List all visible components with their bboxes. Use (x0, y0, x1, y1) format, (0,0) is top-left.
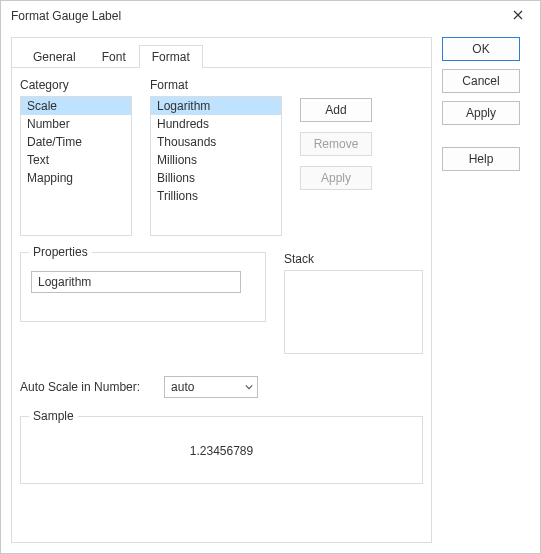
tab-strip: General Font Format (12, 44, 431, 68)
list-item[interactable]: Logarithm (151, 97, 281, 115)
list-item[interactable]: Billions (151, 169, 281, 187)
autoscale-label: Auto Scale in Number: (20, 380, 140, 394)
list-item[interactable]: Scale (21, 97, 131, 115)
format-label: Format (150, 78, 282, 92)
close-icon (513, 9, 523, 23)
format-action-buttons: Add Remove Apply (300, 98, 372, 236)
sample-value: 1.23456789 (190, 444, 253, 458)
add-button[interactable]: Add (300, 98, 372, 122)
cancel-button[interactable]: Cancel (442, 69, 520, 93)
tab-format[interactable]: Format (139, 45, 203, 68)
tab-general[interactable]: General (20, 45, 89, 68)
category-group: Category Scale Number Date/Time Text Map… (20, 78, 132, 236)
chevron-down-icon (245, 383, 253, 391)
dialog-window: Format Gauge Label General Font Format C… (0, 0, 541, 554)
stack-group: Stack (284, 252, 423, 354)
tab-font[interactable]: Font (89, 45, 139, 68)
properties-stack-row: Properties Stack (20, 252, 423, 354)
dialog-button-column: OK Cancel Apply Help (432, 37, 530, 543)
tab-label: Font (102, 50, 126, 64)
format-listbox[interactable]: Logarithm Hundreds Thousands Millions Bi… (150, 96, 282, 236)
list-item[interactable]: Mapping (21, 169, 131, 187)
stack-label: Stack (284, 252, 423, 266)
properties-legend: Properties (29, 245, 92, 259)
dialog-body: General Font Format Category Scale Numbe… (1, 31, 540, 553)
tab-label: Format (152, 50, 190, 64)
category-label: Category (20, 78, 132, 92)
tab-label: General (33, 50, 76, 64)
list-item[interactable]: Date/Time (21, 133, 131, 151)
autoscale-row: Auto Scale in Number: auto (20, 376, 423, 398)
properties-fieldset: Properties (20, 252, 266, 322)
help-button[interactable]: Help (442, 147, 520, 171)
listboxes-row: Category Scale Number Date/Time Text Map… (20, 78, 423, 236)
autoscale-value: auto (171, 380, 194, 394)
list-item[interactable]: Trillions (151, 187, 281, 205)
sample-fieldset: Sample 1.23456789 (20, 416, 423, 484)
ok-button[interactable]: OK (442, 37, 520, 61)
stack-listbox[interactable] (284, 270, 423, 354)
category-listbox[interactable]: Scale Number Date/Time Text Mapping (20, 96, 132, 236)
list-item[interactable]: Hundreds (151, 115, 281, 133)
list-item[interactable]: Millions (151, 151, 281, 169)
list-item[interactable]: Number (21, 115, 131, 133)
remove-button[interactable]: Remove (300, 132, 372, 156)
format-group: Format Logarithm Hundreds Thousands Mill… (150, 78, 282, 236)
autoscale-select[interactable]: auto (164, 376, 258, 398)
properties-input[interactable] (31, 271, 241, 293)
apply-button[interactable]: Apply (442, 101, 520, 125)
main-panel: General Font Format Category Scale Numbe… (11, 37, 432, 543)
list-item[interactable]: Thousands (151, 133, 281, 151)
window-title: Format Gauge Label (11, 9, 496, 23)
sample-legend: Sample (29, 409, 78, 423)
title-bar: Format Gauge Label (1, 1, 540, 31)
apply-format-button[interactable]: Apply (300, 166, 372, 190)
list-item[interactable]: Text (21, 151, 131, 169)
close-button[interactable] (496, 1, 540, 31)
